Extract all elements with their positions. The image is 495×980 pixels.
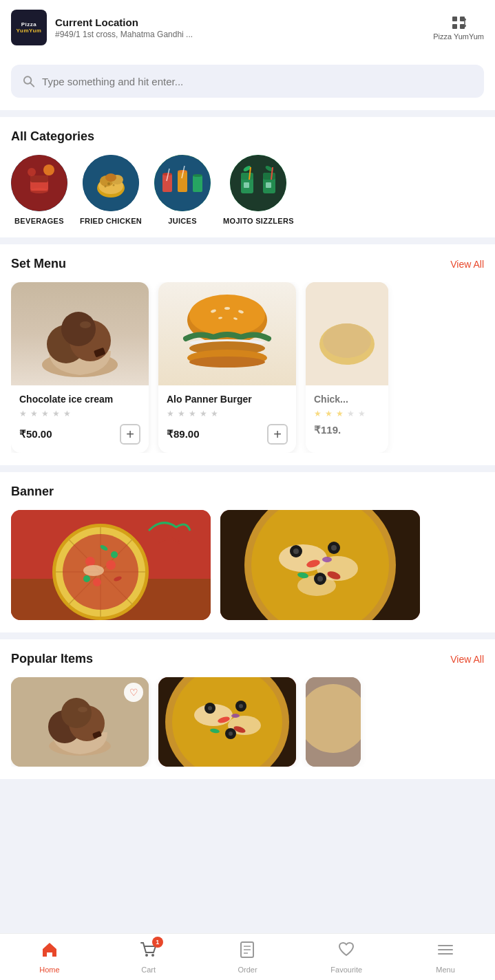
svg-point-108 [208, 706, 212, 710]
svg-point-26 [162, 173, 172, 175]
svg-point-11 [43, 164, 54, 175]
nav-favourite[interactable]: Favourite [297, 934, 396, 980]
category-item-mojito[interactable]: MOJITO SIZZLERS [223, 155, 294, 225]
popular-section: Popular Items View All ♡ [0, 639, 495, 779]
icecream-footer: ₹50.00 + [19, 424, 140, 445]
burger-image [158, 282, 296, 385]
nav-order[interactable]: Order [198, 934, 297, 980]
nav-home-label: Home [39, 966, 59, 974]
burger-price: ₹89.00 [167, 428, 200, 440]
burger-svg [158, 282, 296, 385]
menu-card-partial[interactable]: Chick... ★ ★ ★ ★ ★ ₹119. [306, 282, 388, 453]
svg-point-120 [151, 954, 154, 957]
svg-point-75 [83, 575, 90, 582]
popular-card-partial[interactable] [306, 677, 361, 767]
svg-rect-2 [452, 24, 457, 29]
home-icon [41, 941, 59, 963]
svg-point-86 [293, 548, 299, 554]
cart-badge: 1 [152, 937, 163, 948]
popular-card-pizza[interactable] [158, 677, 296, 767]
category-circle-mojito [230, 155, 286, 211]
banner-scroll [11, 510, 484, 620]
categories-title: All Categories [11, 129, 94, 144]
category-circle-juices [154, 155, 211, 211]
star-5: ★ [211, 409, 220, 418]
menu-icon [436, 941, 454, 963]
icecream-add-button[interactable]: + [120, 424, 140, 445]
star-1: ★ [167, 409, 176, 418]
svg-point-58 [189, 356, 265, 368]
svg-point-51 [224, 307, 230, 310]
set-menu-header: Set Menu View All [11, 257, 484, 271]
popular-pizza-image [158, 677, 296, 767]
icecream-price: ₹50.00 [19, 428, 52, 440]
icecream-card-body: Chocolate ice cream ★ ★ ★ ★ ★ ₹50.00 + [11, 385, 149, 453]
svg-point-71 [85, 557, 95, 566]
popular-title: Popular Items [11, 652, 93, 666]
svg-rect-35 [263, 173, 275, 180]
svg-point-78 [83, 565, 104, 576]
category-item-fried-chicken[interactable]: FRIED CHICKEN [80, 155, 142, 225]
category-item-beverages[interactable]: BEVERAGES [11, 155, 67, 225]
categories-header: All Categories [11, 129, 484, 144]
svg-point-19 [107, 182, 110, 185]
favourite-svg [337, 941, 355, 959]
popular-view-all[interactable]: View All [450, 654, 484, 665]
svg-rect-37 [266, 182, 271, 188]
svg-point-21 [105, 186, 107, 188]
restaurant-selector[interactable]: Pizza YumYum [433, 15, 484, 41]
set-menu-view-all[interactable]: View All [450, 259, 484, 270]
svg-point-46 [80, 321, 91, 328]
category-label-beverages: BEVERAGES [14, 217, 64, 225]
category-circle-fried-chicken [83, 155, 139, 211]
svg-point-90 [317, 576, 323, 582]
heart-icon-icecream[interactable]: ♡ [124, 683, 143, 702]
logo-text-pizza: Pizza [21, 21, 37, 28]
burger-card-body: Alo Panner Burger ★ ★ ★ ★ ★ ₹89.00 + [158, 385, 296, 453]
banner-title: Banner [11, 484, 54, 499]
svg-point-74 [111, 551, 118, 558]
header: Pizza YumYum Current Location #949/1 1st… [0, 0, 495, 55]
menu-card-chocolate-icecream[interactable]: Chocolate ice cream ★ ★ ★ ★ ★ ₹50.00 + [11, 282, 149, 453]
nav-menu[interactable]: Menu [396, 934, 495, 980]
banner-item-2[interactable] [220, 510, 420, 620]
nav-cart-label: Cart [141, 966, 156, 974]
popular-header: Popular Items View All [11, 652, 484, 666]
burger-add-button[interactable]: + [267, 424, 288, 445]
svg-point-119 [145, 954, 148, 957]
location-label: Current Location [55, 17, 425, 28]
svg-point-61 [323, 323, 371, 358]
popular-scroll: ♡ [11, 677, 484, 767]
order-svg [238, 941, 256, 959]
category-label-juices: JUICES [168, 217, 197, 225]
nav-home[interactable]: Home [0, 934, 99, 980]
burger-name: Alo Panner Burger [167, 394, 288, 405]
location-address: #949/1 1st cross, Mahatma Gandhi ... [55, 30, 425, 39]
category-circle-beverages [11, 155, 67, 211]
popular-card-icecream[interactable]: ♡ [11, 677, 149, 767]
svg-point-116 [231, 714, 240, 718]
popular-partial-svg [306, 677, 361, 767]
partial-food-svg [306, 282, 388, 385]
svg-point-99 [61, 698, 92, 728]
search-bar[interactable] [11, 65, 484, 98]
burger-rating: ★ ★ ★ ★ ★ [167, 409, 288, 418]
star-4: ★ [52, 409, 62, 418]
svg-point-20 [113, 184, 115, 187]
nav-cart[interactable]: 1 Cart [99, 934, 198, 980]
search-input[interactable] [42, 76, 473, 87]
nav-favourite-label: Favourite [330, 966, 362, 974]
grid-icon [451, 15, 466, 30]
nav-menu-label: Menu [436, 966, 455, 974]
categories-scroll: BEVERAGES FRIED CHICKEN [11, 155, 484, 225]
menu-card-alo-panner-burger[interactable]: Alo Panner Burger ★ ★ ★ ★ ★ ₹89.00 + [158, 282, 296, 453]
set-menu-section: Set Menu View All [0, 244, 495, 465]
category-item-juices[interactable]: JUICES [154, 155, 211, 225]
svg-point-18 [105, 173, 116, 182]
order-icon [238, 941, 256, 963]
svg-point-28 [193, 174, 202, 177]
burger-footer: ₹89.00 + [167, 424, 288, 445]
location-info[interactable]: Current Location #949/1 1st cross, Mahat… [55, 17, 425, 39]
fried-chicken-image [83, 155, 139, 211]
banner-item-1[interactable] [11, 510, 211, 620]
